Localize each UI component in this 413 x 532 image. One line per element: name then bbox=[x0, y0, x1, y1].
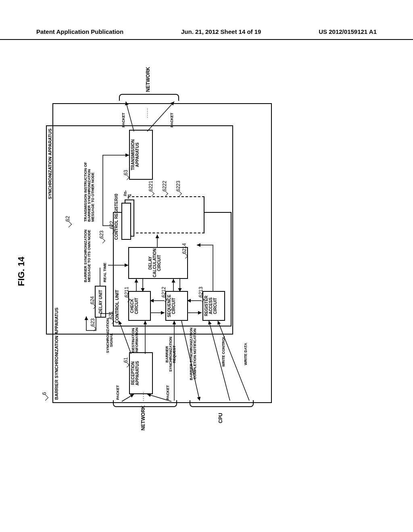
msg-own: BARRIER SYNCHRONIZATION MESSAGE TO ITS O… bbox=[84, 226, 91, 286]
register-access-label: REGISTER ACCESS CIRCUIT bbox=[203, 292, 218, 320]
control-register-group: CONTROL REGISTER#0 #n-1 SIGNAL ADDRESS D… bbox=[114, 197, 203, 240]
ref-6: 6 bbox=[41, 392, 47, 395]
register-access-circuit: REGISTER ACCESS CIRCUIT bbox=[202, 291, 225, 321]
control-register-head: CONTROL REGISTER#0 bbox=[114, 194, 119, 240]
ref-62: 62 bbox=[65, 216, 71, 222]
write-data: WRITE DATA bbox=[244, 343, 248, 365]
bracket-cpu bbox=[190, 400, 254, 407]
sync-signal: SYNCHRONIZATION SIGNAL bbox=[106, 327, 113, 353]
ref-6212: 6212 bbox=[161, 287, 167, 297]
label-cpu: CPU bbox=[218, 413, 223, 423]
header-left: Patent Application Publication bbox=[36, 28, 123, 35]
sync-box-label: SYNCHRONIZATION APPARATUS bbox=[48, 129, 52, 200]
bracket-network-out bbox=[119, 94, 179, 101]
delay-unit: DELAY UNIT bbox=[95, 286, 106, 318]
ref-6223: 6223 bbox=[175, 181, 181, 191]
page: Patent Application Publication Jun. 21, … bbox=[0, 0, 413, 532]
ref-622: 622 bbox=[109, 221, 115, 229]
diagram: FIG. 14 BARRIER SYNCHRONIZATION APPARATU… bbox=[28, 97, 399, 419]
delay-unit-label: DELAY UNIT bbox=[98, 289, 104, 314]
ref-623a: 623 bbox=[90, 318, 96, 326]
ref-63: 63 bbox=[123, 170, 129, 175]
delay-calc-label: DELAY CALCULATION CIRCUIT bbox=[147, 248, 162, 278]
ref-6222: 6222 bbox=[162, 181, 167, 191]
sequence-label: SEQUENCE CIRCUIT bbox=[166, 292, 177, 320]
packet-dots-out: · · · · · bbox=[146, 108, 150, 118]
packet-in-2: PACKET bbox=[166, 385, 170, 400]
bsync-req: BARRIER SYNCHRONIZATION REQUEST bbox=[165, 328, 176, 380]
transmission-box: TRANSMISSION APPARATUS bbox=[129, 130, 153, 180]
delay-calc-circuit: DELAY CALCULATION CIRCUIT bbox=[128, 247, 188, 279]
reg-stack-back bbox=[128, 196, 204, 233]
dest-info: DESTINATION INFORMATION bbox=[131, 327, 139, 353]
control-unit-label: CONTROL UNIT bbox=[115, 290, 119, 323]
ref-623b: 623 bbox=[99, 231, 104, 239]
reg-stack-front bbox=[121, 203, 131, 240]
ref-6213: 6213 bbox=[198, 287, 204, 297]
reg-n-1: #n-1 bbox=[123, 190, 132, 196]
ref-6221: 6221 bbox=[148, 181, 154, 191]
header: Patent Application Publication Jun. 21, … bbox=[0, 28, 413, 40]
packet-out-1: PACKET bbox=[122, 113, 125, 127]
label-network-left: NETWORK bbox=[140, 405, 146, 430]
bsync-done: BARRIER SYNCHRONIZATION COMPLETION NOTIF… bbox=[190, 326, 197, 382]
label-network-right: NETWORK bbox=[145, 67, 151, 92]
figure-label: FIG. 14 bbox=[16, 257, 27, 286]
header-right: US 2012/0159121 A1 bbox=[319, 28, 377, 35]
packet-dots-in: · · · · · bbox=[142, 392, 146, 401]
transmission-label: TRANSMISSION APPARATUS bbox=[130, 131, 140, 179]
ref-61: 61 bbox=[123, 357, 129, 363]
packet-in-1: PACKET bbox=[116, 385, 120, 400]
header-center: Jun. 21, 2012 Sheet 14 of 19 bbox=[181, 28, 261, 35]
real-time: REAL TIME bbox=[103, 263, 107, 282]
ref-6211: 6211 bbox=[124, 287, 129, 297]
sequence-circuit: SEQUENCE CIRCUIT bbox=[165, 291, 188, 321]
write-ctrl: WRITE CONTROL bbox=[222, 336, 225, 367]
packet-out-2: PACKET bbox=[170, 113, 174, 127]
ref-6214: 6214 bbox=[181, 243, 187, 254]
reception-box: RECEPTION APPARATUS bbox=[129, 352, 153, 394]
reception-label: RECEPTION APPARATUS bbox=[130, 353, 140, 393]
ref-624: 624 bbox=[90, 296, 95, 304]
msg-other: TRANSMISSION INSTRUCTION OF BARRIER SYNC… bbox=[84, 161, 95, 222]
check-label: CHECK CIRCUIT bbox=[129, 292, 140, 320]
check-circuit: CHECK CIRCUIT bbox=[128, 291, 151, 321]
